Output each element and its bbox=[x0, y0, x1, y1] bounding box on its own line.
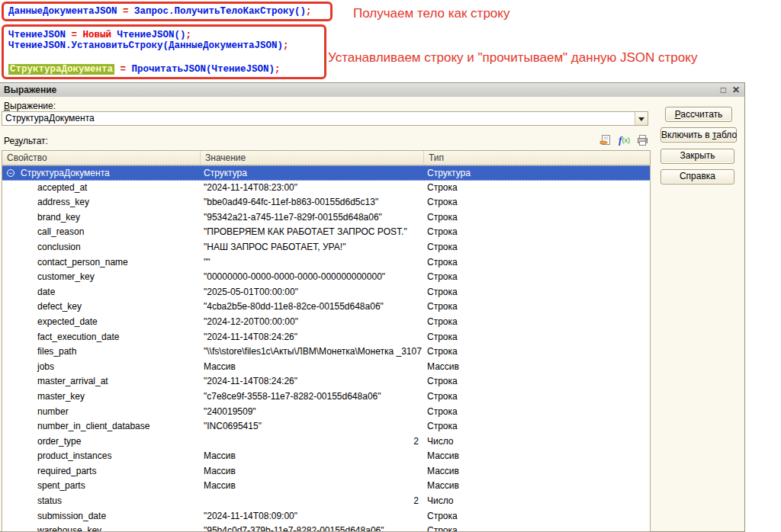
table-row[interactable]: files_path"\\fs\store\files1c\Акты\ЛВМ\М… bbox=[2, 345, 650, 360]
table-row[interactable]: brand_key"95342a21-a745-11e7-829f-00155d… bbox=[2, 210, 650, 226]
code-token: = bbox=[114, 64, 132, 75]
type-cell: Строка bbox=[424, 181, 650, 196]
value-cell: "INC0695415" bbox=[201, 419, 424, 434]
type-cell: Строка bbox=[424, 330, 650, 345]
table-row[interactable]: date"2025-05-01T00:00:00"Строка bbox=[2, 285, 650, 300]
column-header-type[interactable]: Тип bbox=[424, 151, 650, 165]
property-cell: spent_parts bbox=[2, 479, 201, 494]
type-cell: Строка bbox=[424, 389, 650, 405]
table-row[interactable]: address_key"bbe0ad49-64fc-11ef-b863-0015… bbox=[2, 195, 650, 210]
table-row[interactable]: defect_key"4cba2b5e-80dd-11e8-82ce-00155… bbox=[2, 300, 650, 315]
type-cell: Структура bbox=[424, 166, 650, 180]
table-row[interactable]: required_partsМассивМассив bbox=[2, 464, 650, 479]
code-token: ; bbox=[186, 30, 192, 40]
type-cell: Строка bbox=[424, 225, 650, 240]
expression-combobox[interactable]: СтруктураДокумента bbox=[2, 111, 648, 126]
value-cell: "c7e8ce9f-3558-11e7-8282-00155d648a06" bbox=[201, 389, 424, 405]
type-cell: Строка bbox=[424, 240, 650, 255]
table-row[interactable]: −СтруктураДокументаСтруктураСтруктура bbox=[2, 165, 650, 181]
type-cell: Массив bbox=[424, 449, 650, 464]
table-row[interactable]: call_reason"ПРОВЕРЯЕМ КАК РАБОТАЕТ ЗАПРО… bbox=[2, 225, 650, 240]
property-cell: defect_key bbox=[2, 300, 201, 315]
formula-fx-icon[interactable]: f(x) bbox=[618, 134, 631, 146]
table-row[interactable]: master_key"c7e8ce9f-3558-11e7-8282-00155… bbox=[2, 389, 650, 405]
code-token: Запрос.ПолучитьТелоКакСтроку() bbox=[134, 6, 306, 17]
code-token: ЧтениеJSON() bbox=[117, 30, 186, 40]
property-cell: submission_date bbox=[2, 509, 201, 524]
code-line: ДанныеДокументаJSON = Запрос.ПолучитьТел… bbox=[8, 6, 330, 17]
type-cell: Строка bbox=[424, 374, 650, 389]
code-token: ; bbox=[306, 6, 312, 17]
code-token: ЧтениеJSON bbox=[8, 30, 66, 40]
value-cell: 2 bbox=[201, 434, 424, 450]
property-cell: contact_person_name bbox=[2, 255, 201, 271]
value-cell: "2024-11-14T08:24:26" bbox=[201, 374, 424, 389]
type-cell: Строка bbox=[424, 524, 650, 532]
property-cell: product_instances bbox=[2, 449, 201, 464]
property-cell: warehouse_key bbox=[2, 524, 201, 532]
type-cell: Строка bbox=[424, 270, 650, 285]
help-button[interactable]: Справка bbox=[660, 169, 734, 184]
annotation-note-2: Устанавливаем строку и "прочитываем" дан… bbox=[328, 50, 697, 66]
table-row[interactable]: number"240019509"Строка bbox=[2, 405, 650, 420]
property-cell: jobs bbox=[2, 360, 201, 375]
property-cell: files_path bbox=[2, 345, 201, 360]
type-cell: Число bbox=[424, 434, 650, 450]
table-row[interactable]: number_in_client_database"INC0695415"Стр… bbox=[2, 419, 650, 434]
property-cell: master_arrival_at bbox=[2, 374, 201, 389]
expression-input[interactable]: СтруктураДокумента bbox=[2, 112, 635, 125]
property-cell: status bbox=[2, 494, 201, 509]
close-button[interactable]: Закрыть bbox=[660, 149, 734, 164]
value-cell: "2024-11-14T08:24:26" bbox=[201, 330, 424, 345]
column-header-value[interactable]: Значение bbox=[201, 151, 424, 165]
property-cell: −СтруктураДокумента bbox=[2, 166, 201, 180]
table-row[interactable]: spent_partsМассивМассив bbox=[2, 479, 650, 494]
combo-dropdown-button[interactable] bbox=[635, 112, 648, 125]
table-row[interactable]: order_type2Число bbox=[2, 434, 650, 450]
code-token: ; bbox=[275, 64, 281, 75]
table-row[interactable]: submission_date"2024-11-14T08:09:00"Стро… bbox=[2, 509, 650, 524]
close-icon[interactable]: ✕ bbox=[732, 85, 740, 95]
table-header[interactable]: Свойство Значение Тип bbox=[2, 151, 650, 165]
code-line: ЧтениеJSON.УстановитьСтроку(ДанныеДокуме… bbox=[8, 40, 324, 51]
table-row[interactable]: accepted_at"2024-11-14T08:23:00"Строка bbox=[2, 181, 650, 196]
value-cell: Массив bbox=[201, 464, 424, 479]
show-value-icon[interactable] bbox=[599, 134, 612, 146]
type-cell: Строка bbox=[424, 345, 650, 360]
table-row[interactable]: fact_execution_date"2024-11-14T08:24:26"… bbox=[2, 330, 650, 345]
collapse-icon[interactable]: − bbox=[7, 169, 14, 177]
table-row[interactable]: warehouse_key"95b4c0d7-379b-11e7-8282-00… bbox=[2, 524, 650, 532]
table-row[interactable]: product_instancesМассивМассив bbox=[2, 449, 650, 464]
property-cell: call_reason bbox=[2, 225, 201, 240]
table-row[interactable]: jobsМассивМассив bbox=[2, 360, 650, 375]
dialog-title: Выражение bbox=[4, 85, 715, 95]
table-row[interactable]: status2Число bbox=[2, 494, 650, 509]
add-to-board-button[interactable]: Включить в табло bbox=[660, 127, 737, 143]
value-cell: "НАШ ЗАПРОС РАБОТАЕТ, УРА!" bbox=[201, 240, 424, 255]
code-token: Новый bbox=[83, 30, 117, 40]
type-cell: Массив bbox=[424, 360, 650, 375]
chevron-down-icon bbox=[638, 117, 644, 124]
property-cell: fact_execution_date bbox=[2, 330, 201, 345]
table-row[interactable]: conclusion"НАШ ЗАПРОС РАБОТАЕТ, УРА!"Стр… bbox=[2, 240, 650, 255]
table-row[interactable]: master_arrival_at"2024-11-14T08:24:26"Ст… bbox=[2, 374, 650, 389]
expression-dialog: Выражение □ ✕ Выражение: СтруктураДокуме… bbox=[0, 82, 745, 532]
property-cell: date bbox=[2, 285, 201, 300]
maximize-icon[interactable]: □ bbox=[721, 85, 726, 95]
value-cell: "ПРОВЕРЯЕМ КАК РАБОТАЕТ ЗАПРОС POST." bbox=[201, 225, 424, 240]
value-cell: "95b4c0d7-379b-11e7-8282-00155d648a06" bbox=[201, 524, 424, 532]
code-token: ПрочитатьJSON(ЧтениеJSON) bbox=[132, 64, 275, 75]
table-row[interactable]: expected_date"2024-12-20T00:00:00"Строка bbox=[2, 315, 650, 330]
calculate-button[interactable]: Рассчитать bbox=[665, 107, 732, 122]
print-icon[interactable] bbox=[636, 134, 649, 146]
value-cell: 2 bbox=[201, 494, 424, 509]
value-cell: "2024-11-14T08:09:00" bbox=[201, 509, 424, 524]
table-row[interactable]: customer_key"00000000-0000-0000-0000-000… bbox=[2, 270, 650, 285]
property-cell: address_key bbox=[2, 195, 201, 210]
table-row[interactable]: contact_person_name""Строка bbox=[2, 255, 650, 271]
dialog-titlebar[interactable]: Выражение □ ✕ bbox=[0, 83, 744, 97]
type-cell: Строка bbox=[424, 255, 650, 271]
value-cell: "2025-05-01T00:00:00" bbox=[201, 285, 424, 300]
type-cell: Строка bbox=[424, 419, 650, 434]
column-header-property[interactable]: Свойство bbox=[2, 151, 201, 165]
